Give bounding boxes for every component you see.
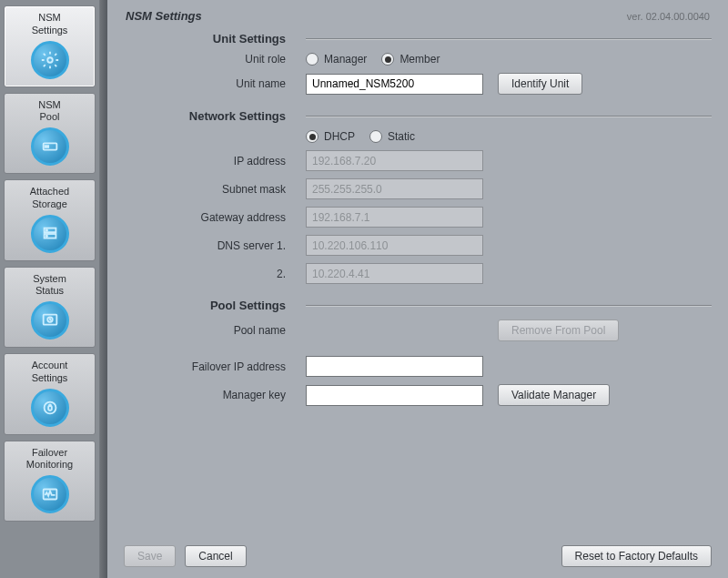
identify-unit-button[interactable]: Identify Unit <box>498 73 582 95</box>
label-failover-ip: Failover IP address <box>124 360 306 373</box>
radio-icon <box>306 130 318 143</box>
sidebar: NSMSettings NSMPool AttachedStorage Syst… <box>0 0 100 578</box>
radio-label: DHCP <box>324 130 355 143</box>
label-dns2: 2. <box>124 268 306 280</box>
section-title-pool: Pool Settings <box>124 299 306 312</box>
header: NSM Settings ver. 02.04.00.0040 <box>124 7 712 28</box>
label-dns1: DNS server 1. <box>124 239 306 252</box>
divider <box>306 116 712 117</box>
sidebar-label: AttachedStorage <box>6 186 93 211</box>
cancel-button[interactable]: Cancel <box>185 545 246 567</box>
label-unit-name: Unit name <box>124 77 306 90</box>
section-title-network: Network Settings <box>124 109 306 123</box>
sidebar-item-account-settings[interactable]: AccountSettings <box>4 353 96 435</box>
dns1-input <box>306 235 483 256</box>
sidebar-label: NSMSettings <box>6 12 93 37</box>
radio-label: Static <box>388 130 415 143</box>
sidebar-divider <box>100 0 107 578</box>
sidebar-label: SystemStatus <box>6 273 93 299</box>
sidebar-item-nsm-settings[interactable]: NSMSettings <box>4 5 96 87</box>
label-manager-key: Manager key <box>124 389 306 401</box>
section-title-unit: Unit Settings <box>124 32 306 46</box>
radio-network-dhcp[interactable]: DHCP <box>306 130 355 143</box>
label-unit-role: Unit role <box>124 53 306 66</box>
account-icon <box>31 389 69 427</box>
radio-icon <box>369 130 382 143</box>
sidebar-item-attached-storage[interactable]: AttachedStorage <box>4 179 96 261</box>
unit-name-input[interactable] <box>306 74 483 95</box>
version-label: ver. 02.04.00.0040 <box>627 11 710 22</box>
radio-unit-role-manager[interactable]: Manager <box>306 53 367 66</box>
pool-icon <box>31 127 69 166</box>
gateway-input <box>306 207 483 228</box>
reset-factory-button[interactable]: Reset to Factory Defaults <box>561 545 712 567</box>
settings-icon <box>31 41 69 79</box>
radio-network-static[interactable]: Static <box>369 130 415 143</box>
label-ip: IP address <box>124 155 306 167</box>
svg-point-5 <box>46 235 46 236</box>
sidebar-label: AccountSettings <box>6 360 93 385</box>
radio-label: Manager <box>324 53 367 66</box>
radio-icon <box>381 53 394 66</box>
remove-from-pool-button: Remove From Pool <box>498 319 619 341</box>
monitoring-icon <box>31 475 69 513</box>
sidebar-item-nsm-pool[interactable]: NSMPool <box>4 93 96 175</box>
radio-icon <box>306 53 318 66</box>
divider <box>306 38 712 40</box>
label-gateway: Gateway address <box>124 211 306 224</box>
content: Unit Settings Unit role Manager Member U… <box>124 28 712 534</box>
label-subnet: Subnet mask <box>124 183 306 196</box>
subnet-input <box>306 178 483 199</box>
svg-point-0 <box>47 57 53 63</box>
manager-key-input[interactable] <box>306 385 483 406</box>
svg-rect-9 <box>48 406 52 411</box>
svg-point-4 <box>46 229 46 230</box>
radio-label: Member <box>399 53 440 66</box>
sidebar-label: FailoverMonitoring <box>6 447 93 472</box>
validate-manager-button[interactable]: Validate Manager <box>498 384 610 406</box>
storage-icon <box>31 215 69 253</box>
dns2-input <box>306 263 483 284</box>
radio-unit-role-member[interactable]: Member <box>381 53 440 66</box>
save-button: Save <box>124 545 176 567</box>
main-panel: NSM Settings ver. 02.04.00.0040 Unit Set… <box>107 0 728 578</box>
ip-input <box>306 150 483 171</box>
divider <box>306 305 712 307</box>
status-icon <box>31 301 69 340</box>
failover-ip-input[interactable] <box>306 356 483 377</box>
page-title: NSM Settings <box>126 9 202 23</box>
sidebar-item-failover-monitoring[interactable]: FailoverMonitoring <box>4 441 96 522</box>
label-pool-name: Pool name <box>124 324 306 337</box>
sidebar-label: NSMPool <box>6 99 93 125</box>
footer: Save Cancel Reset to Factory Defaults <box>124 534 712 567</box>
sidebar-item-system-status[interactable]: SystemStatus <box>4 267 96 349</box>
